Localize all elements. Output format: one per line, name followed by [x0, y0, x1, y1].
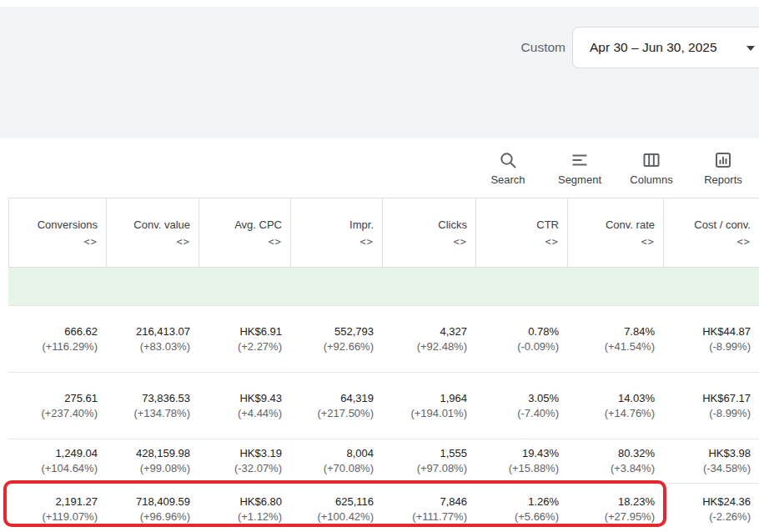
metric-value: 2,191.27: [55, 494, 98, 509]
cell-impr: 552,793(+92.66%): [290, 306, 382, 372]
metric-change: (-0.09%): [517, 339, 559, 354]
sort-icon[interactable]: <>: [269, 236, 282, 248]
column-header-label: Impr.: [349, 218, 374, 231]
cell-avg-cpc: HK$3.19(-32.07%): [199, 439, 290, 483]
sort-icon[interactable]: <>: [84, 236, 98, 248]
table-row: 666.62(+116.29%) 216,413.07(+83.03%) HK$…: [8, 305, 759, 372]
metric-value: HK$24.36: [702, 494, 751, 509]
cell-avg-cpc: HK$6.80(+1.12%): [199, 484, 290, 532]
cell-conv-value: 718,409.59(+96.96%): [106, 484, 199, 532]
metric-value: 1,964: [440, 391, 467, 406]
sort-icon[interactable]: <>: [545, 236, 559, 248]
column-header-impr[interactable]: Impr.<>: [290, 198, 382, 267]
metric-change: (+111.77%): [412, 509, 467, 524]
metric-change: (+119.07%): [42, 509, 98, 524]
table-row-highlighted: 2,191.27(+119.07%) 718,409.59(+96.96%) H…: [8, 483, 759, 532]
sort-icon[interactable]: <>: [360, 236, 374, 248]
metric-change: (+92.66%): [324, 339, 374, 354]
table-row: 275.61(+237.40%) 73,836.53(+134.78%) HK$…: [8, 372, 759, 439]
table-header-row: Conversions<> Conv. value<> Avg. CPC<> I…: [8, 198, 759, 267]
metric-change: (+4.44%): [238, 406, 282, 421]
metric-change: (+5.66%): [515, 509, 559, 524]
sort-icon[interactable]: <>: [737, 236, 751, 248]
metric-value: 64,319: [340, 391, 374, 406]
metric-change: (-8.99%): [709, 339, 751, 354]
column-header-conv-value[interactable]: Conv. value<>: [106, 198, 199, 267]
metric-value: 3.05%: [528, 391, 559, 406]
cell-conversions: 2,191.27(+119.07%): [8, 484, 106, 532]
cell-ctr: 3.05%(-7.40%): [475, 373, 567, 439]
cell-impr: 625,116(+100.42%): [290, 484, 382, 532]
metric-value: 80.32%: [618, 446, 655, 461]
column-header-clicks[interactable]: Clicks<>: [382, 198, 475, 267]
date-range-picker[interactable]: Apr 30 – Jun 30, 2025: [572, 27, 759, 68]
metric-change: (+41.54%): [605, 339, 655, 354]
date-range-value: Apr 30 – Jun 30, 2025: [590, 40, 717, 55]
column-header-label: Conv. value: [133, 218, 190, 231]
google-ads-screen: Custom Apr 30 – Jun 30, 2025 Search Segm…: [0, 0, 759, 532]
column-header-label: Conv. rate: [606, 218, 655, 231]
metric-value: 8,004: [346, 446, 374, 461]
metric-change: (+217.50%): [317, 406, 374, 421]
cell-conv-value: 73,836.53(+134.78%): [106, 373, 199, 439]
column-header-label: Clicks: [438, 218, 467, 231]
cell-clicks: 4,327(+92.48%): [382, 306, 475, 372]
cell-cost-conv: HK$3.98(-34.58%): [663, 439, 759, 483]
metric-change: (+27.95%): [605, 509, 655, 524]
metric-change: (+237.40%): [41, 406, 98, 421]
metric-value: 19.43%: [522, 446, 559, 461]
metric-change: (+116.29%): [42, 339, 98, 354]
column-header-avg-cpc[interactable]: Avg. CPC<>: [199, 198, 290, 267]
segment-icon: [570, 150, 590, 170]
metric-value: HK$67.17: [702, 391, 751, 406]
cell-conv-rate: 18.23%(+27.95%): [567, 484, 663, 532]
summary-row: [8, 267, 759, 305]
metric-change: (+100.42%): [317, 509, 374, 524]
metric-change: (-8.99%): [709, 406, 751, 421]
column-header-cost-conv[interactable]: Cost / conv.<>: [663, 198, 759, 267]
metric-value: 18.23%: [618, 494, 655, 509]
metric-value: HK$9.43: [239, 391, 282, 406]
tool-label: Search: [490, 173, 525, 186]
column-header-ctr[interactable]: CTR<>: [475, 198, 567, 267]
metric-change: (+1.12%): [238, 509, 282, 524]
metric-value: HK$3.98: [708, 446, 751, 461]
cell-cost-conv: HK$67.17(-8.99%): [663, 373, 759, 439]
cell-conv-rate: 14.03%(+14.76%): [567, 373, 663, 439]
metric-value: HK$44.87: [702, 324, 751, 339]
metric-value: 1.26%: [528, 494, 559, 509]
sort-icon[interactable]: <>: [641, 236, 655, 248]
search-tool[interactable]: Search: [472, 150, 544, 186]
metric-value: 7.84%: [624, 324, 655, 339]
metric-value: 1,249.04: [55, 446, 98, 461]
metric-change: (-32.07%): [234, 461, 282, 476]
metric-value: 428,159.98: [136, 446, 190, 461]
sort-icon[interactable]: <>: [177, 236, 190, 248]
cell-conv-value: 216,413.07(+83.03%): [106, 306, 199, 372]
sort-icon[interactable]: <>: [454, 236, 467, 248]
metric-change: (+134.78%): [133, 406, 190, 421]
metrics-table: Conversions<> Conv. value<> Avg. CPC<> I…: [8, 198, 759, 532]
columns-tool[interactable]: Columns: [616, 150, 687, 186]
table-row: 1,249.04(+104.64%) 428,159.98(+99.08%) H…: [8, 439, 759, 483]
segment-tool[interactable]: Segment: [544, 150, 616, 186]
date-mode-label: Custom: [499, 40, 565, 55]
metric-change: (+92.48%): [417, 339, 467, 354]
cell-ctr: 19.43%(+15.88%): [475, 439, 567, 483]
cell-cost-conv: HK$24.36(-2.26%): [663, 484, 759, 532]
metric-change: (+14.76%): [605, 406, 655, 421]
cell-conversions: 1,249.04(+104.64%): [8, 439, 106, 483]
column-header-conversions[interactable]: Conversions<>: [8, 198, 106, 267]
metric-value: HK$6.91: [239, 324, 282, 339]
metric-value: HK$3.19: [239, 446, 282, 461]
cell-impr: 64,319(+217.50%): [290, 373, 382, 439]
tool-label: Segment: [558, 173, 601, 186]
column-header-conv-rate[interactable]: Conv. rate<>: [567, 198, 663, 267]
reports-tool[interactable]: Reports: [687, 150, 759, 186]
cell-clicks: 1,555(+97.08%): [382, 439, 475, 483]
cell-conversions: 666.62(+116.29%): [8, 306, 106, 372]
metric-change: (+3.84%): [611, 461, 655, 476]
column-header-label: CTR: [536, 218, 559, 231]
metric-change: (+104.64%): [41, 461, 98, 476]
tool-label: Reports: [704, 173, 742, 186]
